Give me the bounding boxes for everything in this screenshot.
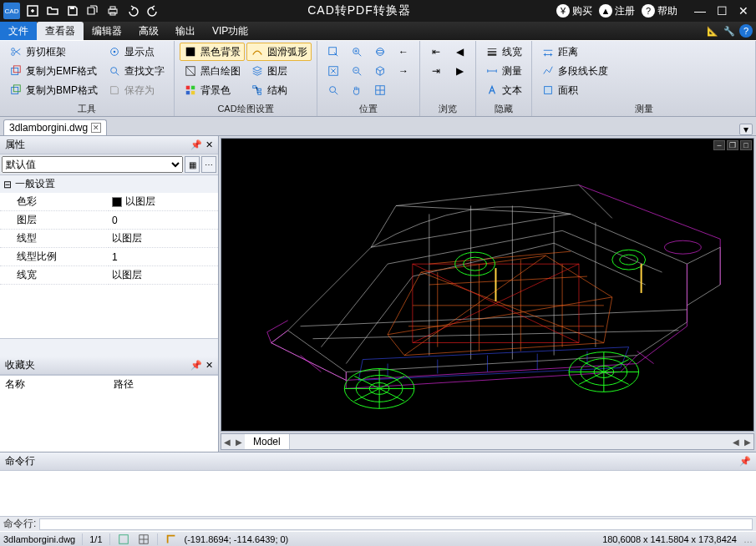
status-ratio: 1/1 — [89, 534, 102, 544]
svg-point-25 — [330, 87, 336, 93]
filter-btn2[interactable]: ⋯ — [201, 156, 216, 173]
first-button[interactable]: ⇤ — [425, 43, 447, 61]
bg-color-button[interactable]: 背景色 — [180, 81, 245, 99]
copy-emf-button[interactable]: 复制为EMF格式 — [5, 62, 102, 80]
viewplan-button[interactable] — [369, 81, 391, 99]
zoom-out-button[interactable] — [346, 62, 368, 80]
panel-close-icon[interactable]: ✕ — [205, 139, 213, 150]
distance-button[interactable]: 距离 — [537, 43, 612, 61]
prop-row-color[interactable]: 色彩以图层 — [0, 193, 218, 211]
copy-bmp-button[interactable]: 复制为BMP格式 — [5, 81, 102, 99]
command-input-row: 命令行: — [0, 516, 756, 531]
area-button[interactable]: 面积 — [537, 81, 612, 99]
ribbon-group-hide: 线宽 测量 文本 隐藏 — [476, 41, 532, 116]
pan-button[interactable] — [346, 81, 368, 99]
next-button[interactable]: ▶ — [449, 62, 470, 80]
prop-row-layer[interactable]: 图层0 — [0, 211, 218, 230]
prev-view-button[interactable]: ← — [393, 43, 414, 61]
redo-icon[interactable] — [144, 2, 162, 20]
open-icon[interactable] — [43, 2, 62, 20]
prop-row-lscale[interactable]: 线型比例1 — [0, 248, 218, 266]
mono-icon — [184, 64, 197, 78]
fav-close-icon[interactable]: ✕ — [205, 360, 213, 371]
emf-icon — [9, 64, 23, 78]
zoom-realtime-button[interactable] — [322, 81, 344, 99]
svg-rect-7 — [12, 68, 18, 75]
view3d-button[interactable] — [369, 62, 391, 80]
minimize-button[interactable]: — — [691, 4, 709, 18]
buy-link[interactable]: ¥购买 — [556, 4, 592, 18]
last-icon: ⇥ — [429, 64, 443, 78]
svg-rect-1 — [70, 7, 74, 9]
status-grid-icon[interactable] — [137, 533, 150, 546]
vt-scroll-r-icon[interactable]: ▶ — [742, 437, 753, 447]
help-link[interactable]: ?帮助 — [642, 4, 677, 18]
tab-advanced[interactable]: 高级 — [130, 22, 167, 40]
command-input[interactable] — [39, 518, 753, 530]
vp-min-icon[interactable]: – — [713, 140, 725, 150]
save-icon[interactable] — [63, 2, 82, 20]
tabs-dropdown-icon[interactable]: ▾ — [739, 124, 753, 135]
mono-button[interactable]: 黑白绘图 — [180, 62, 245, 80]
user-icon: ▲ — [599, 4, 612, 18]
col-path[interactable]: 路径 — [109, 376, 218, 393]
view-tab-model[interactable]: Model — [245, 434, 290, 449]
measure-toggle-button[interactable]: 测量 — [481, 62, 526, 80]
polylength-button[interactable]: 多段线长度 — [537, 62, 612, 80]
register-link[interactable]: ▲注册 — [599, 4, 635, 18]
linewidth-button[interactable]: 线宽 — [481, 43, 526, 61]
tab-vip[interactable]: VIP功能 — [204, 22, 256, 40]
cut-frame-button[interactable]: 剪切框架 — [5, 43, 102, 61]
prop-row-lw[interactable]: 线宽以图层 — [0, 266, 218, 285]
orbit-button[interactable] — [369, 43, 391, 61]
zoom-window-button[interactable] — [322, 43, 344, 61]
close-button[interactable]: ✕ — [734, 4, 753, 18]
prop-row-ltype[interactable]: 线型以图层 — [0, 230, 218, 248]
last-button[interactable]: ⇥ — [425, 62, 447, 80]
vt-scroll-l-icon[interactable]: ◀ — [730, 437, 742, 447]
group-label-measure: 测量 — [537, 103, 750, 116]
maximize-button[interactable]: ☐ — [713, 4, 731, 18]
svg-rect-19 — [191, 91, 195, 94]
vt-next-icon[interactable]: ▶ — [233, 437, 245, 447]
vt-prev-icon[interactable]: ◀ — [221, 437, 233, 447]
undo-icon[interactable] — [124, 2, 142, 20]
saveall-icon[interactable] — [84, 2, 102, 20]
document-tab[interactable]: 3dlamborgini.dwg ✕ — [3, 119, 107, 135]
zoom-extents-button[interactable] — [322, 62, 344, 80]
vp-max-icon[interactable]: □ — [740, 140, 752, 150]
smooth-arc-button[interactable]: 圆滑弧形 — [246, 43, 312, 61]
text-toggle-button[interactable]: 文本 — [481, 81, 526, 99]
filter-btn1[interactable]: ▦ — [185, 156, 200, 173]
fav-pin-icon[interactable]: 📌 — [190, 360, 202, 371]
col-name[interactable]: 名称 — [0, 376, 109, 393]
prop-category[interactable]: ⊟一般设置 — [0, 175, 218, 193]
status-osnap-icon[interactable] — [117, 533, 130, 546]
wrench-icon[interactable]: 🔧 — [723, 24, 736, 38]
black-bg-button[interactable]: 黑色背景 — [180, 43, 245, 61]
cmd-pin-icon[interactable]: 📌 — [739, 456, 751, 467]
new-icon[interactable] — [23, 2, 42, 20]
tab-output[interactable]: 输出 — [167, 22, 204, 40]
tab-close-icon[interactable]: ✕ — [91, 123, 101, 133]
layers-button[interactable]: 图层 — [246, 62, 312, 80]
help-mini-icon[interactable]: ? — [739, 24, 753, 38]
selection-filter[interactable]: 默认值 — [2, 156, 183, 173]
find-text-button[interactable]: 查找文字 — [104, 62, 169, 80]
zoom-in-button[interactable] — [346, 43, 368, 61]
pin-icon[interactable]: 📌 — [190, 139, 202, 150]
prev-button[interactable]: ◀ — [449, 43, 470, 61]
struct-button[interactable]: 结构 — [246, 81, 312, 99]
show-points-button[interactable]: 显示点 — [104, 43, 169, 61]
tab-viewer[interactable]: 查看器 — [37, 22, 84, 40]
next-view-button[interactable]: → — [393, 62, 414, 80]
ruler-icon[interactable]: 📐 — [706, 24, 719, 38]
vp-restore-icon[interactable]: ❐ — [727, 140, 738, 150]
tab-editor[interactable]: 编辑器 — [84, 22, 130, 40]
print-icon[interactable] — [104, 2, 122, 20]
status-ortho-icon[interactable] — [165, 533, 178, 546]
drawing-canvas[interactable]: – ❐ □ — [221, 138, 754, 432]
command-log[interactable] — [0, 471, 756, 516]
ribbon-group-tools: 剪切框架 复制为EMF格式 复制为BMP格式 显示点 查找文字 保存为 工具 — [0, 41, 175, 116]
tab-file[interactable]: 文件 — [0, 22, 37, 40]
